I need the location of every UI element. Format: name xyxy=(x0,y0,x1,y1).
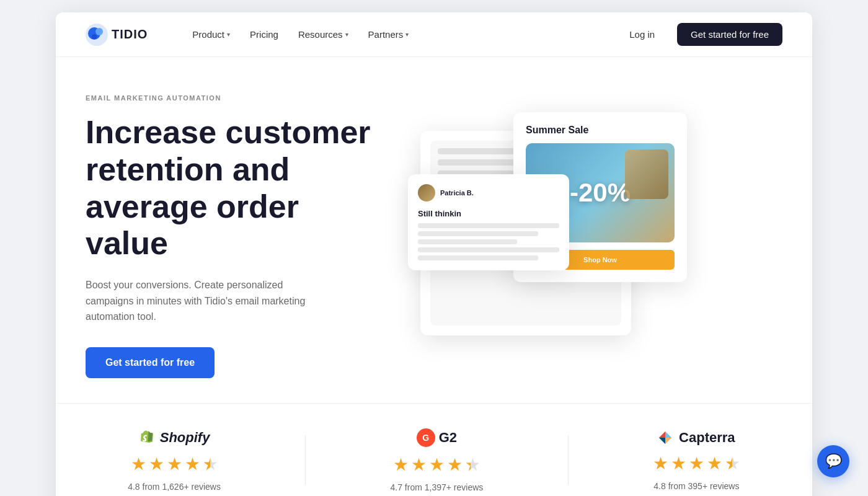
svg-point-3 xyxy=(92,34,97,39)
star-4: ★ xyxy=(185,454,200,474)
email-header: Patricia B. xyxy=(418,184,559,202)
star-4: ★ xyxy=(707,453,722,474)
star-2: ★ xyxy=(671,453,686,474)
star-3: ★ xyxy=(167,454,182,474)
shopify-icon xyxy=(139,429,156,446)
logo[interactable]: TIDIO xyxy=(86,24,148,46)
email-line xyxy=(418,231,538,236)
shopify-stars: ★ ★ ★ ★ ★★ xyxy=(131,454,218,474)
chat-bubble-button[interactable]: 💬 xyxy=(817,445,849,477)
g2-review-text: 4.7 from 1,397+ reviews xyxy=(391,482,484,492)
star-3: ★ xyxy=(689,453,704,474)
email-line xyxy=(418,255,538,260)
hero-left: EMAIL MARKETING AUTOMATION Increase cust… xyxy=(86,94,383,378)
star-5: ★★ xyxy=(203,454,218,474)
capterra-icon xyxy=(658,430,675,445)
star-5: ★★ xyxy=(465,454,480,475)
nav-item-resources[interactable]: Resources ▾ xyxy=(291,24,356,45)
capterra-platform-name: Capterra xyxy=(658,430,735,446)
navbar: TIDIO Product ▾ Pricing Resources ▾ Part… xyxy=(56,12,812,57)
star-5: ★★ xyxy=(725,453,740,474)
shopify-review: Shopify ★ ★ ★ ★ ★★ 4.8 from 1,626+ revie… xyxy=(128,429,221,492)
nav-item-partners[interactable]: Partners ▾ xyxy=(361,24,417,45)
hero-section: EMAIL MARKETING AUTOMATION Increase cust… xyxy=(56,57,812,403)
hero-label: EMAIL MARKETING AUTOMATION xyxy=(86,94,383,102)
nav-cta-button[interactable]: Get started for free xyxy=(677,23,782,46)
logo-text: TIDIO xyxy=(112,27,148,42)
g2-stars: ★ ★ ★ ★ ★★ xyxy=(393,454,480,475)
email-preview-card: Patricia B. Still thinkin xyxy=(408,174,569,270)
svg-marker-6 xyxy=(659,438,665,444)
hero-subtitle: Boost your conversions. Create personali… xyxy=(86,277,321,325)
review-divider xyxy=(568,435,569,485)
sale-bag-decoration xyxy=(625,149,668,199)
capterra-review: Capterra ★ ★ ★ ★ ★★ 4.8 from 395+ review… xyxy=(653,430,740,491)
star-2: ★ xyxy=(149,454,164,474)
email-subject: Still thinkin xyxy=(418,209,559,218)
email-line xyxy=(418,223,559,228)
sale-discount: -20% xyxy=(570,178,631,208)
chat-icon: 💬 xyxy=(825,453,842,469)
nav-actions: Log in Get started for free xyxy=(617,23,782,46)
star-4: ★ xyxy=(447,454,463,475)
nav-item-product[interactable]: Product ▾ xyxy=(185,24,237,45)
sale-cta-text: Shop Now xyxy=(583,256,617,264)
shopify-name: Shopify xyxy=(160,430,210,446)
capterra-review-text: 4.8 from 395+ reviews xyxy=(653,481,739,491)
logo-icon xyxy=(86,24,108,46)
g2-review: G G2 ★ ★ ★ ★ ★★ 4.7 from 1,397+ reviews xyxy=(391,428,484,492)
hero-cta-button[interactable]: Get started for free xyxy=(86,347,215,378)
star-1: ★ xyxy=(653,453,668,474)
nav-links: Product ▾ Pricing Resources ▾ Partners ▾ xyxy=(185,24,617,45)
sender-avatar xyxy=(418,184,435,202)
email-line xyxy=(418,239,517,244)
sale-title: Summer Sale xyxy=(526,125,675,136)
reviews-section: Shopify ★ ★ ★ ★ ★★ 4.8 from 1,626+ revie… xyxy=(56,403,812,496)
hero-right: BIGSALE Patricia B. Still thinkin xyxy=(383,112,782,360)
shopify-review-text: 4.8 from 1,626+ reviews xyxy=(128,482,221,492)
capterra-stars: ★ ★ ★ ★ ★★ xyxy=(653,453,740,474)
chevron-down-icon: ▾ xyxy=(405,31,409,38)
g2-icon: G xyxy=(417,428,435,447)
review-divider xyxy=(305,435,306,485)
g2-platform-name: G G2 xyxy=(417,428,457,447)
star-3: ★ xyxy=(429,454,445,475)
svg-marker-5 xyxy=(665,432,671,438)
star-1: ★ xyxy=(393,454,409,475)
capterra-name: Capterra xyxy=(679,430,735,446)
chevron-down-icon: ▾ xyxy=(345,31,348,38)
star-1: ★ xyxy=(131,454,146,474)
hero-title: Increase customer retention and average … xyxy=(86,114,383,262)
email-sender: Patricia B. xyxy=(440,189,474,197)
svg-marker-7 xyxy=(659,432,665,438)
shopify-platform-name: Shopify xyxy=(139,429,210,446)
email-line xyxy=(418,247,559,252)
star-2: ★ xyxy=(411,454,427,475)
svg-point-2 xyxy=(95,28,103,35)
nav-item-pricing[interactable]: Pricing xyxy=(242,24,286,45)
page-wrapper: TIDIO Product ▾ Pricing Resources ▾ Part… xyxy=(56,12,812,496)
chevron-down-icon: ▾ xyxy=(227,31,230,38)
email-body xyxy=(418,223,559,260)
g2-name: G2 xyxy=(439,430,457,446)
login-button[interactable]: Log in xyxy=(617,24,667,45)
